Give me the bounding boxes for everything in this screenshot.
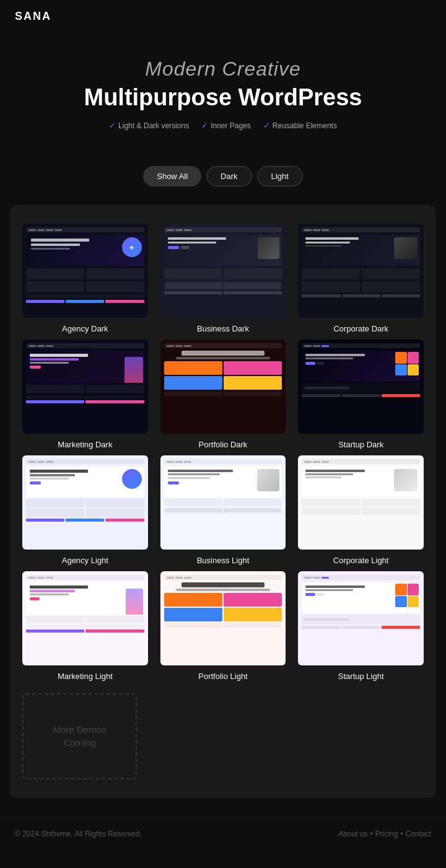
check-icon-2: ✓ xyxy=(201,121,208,130)
demo-item-business-dark[interactable]: Business Dark xyxy=(160,224,286,333)
demo-item-corporate-dark[interactable]: Corporate Dark xyxy=(298,224,424,333)
demo-label-business-dark: Business Dark xyxy=(197,324,249,333)
demo-item-corporate-light[interactable]: Corporate Light xyxy=(298,455,424,565)
demo-thumb-startup-dark xyxy=(298,340,424,434)
footer: © 2024 Shtheme. All Rights Reserved. Abo… xyxy=(0,817,446,851)
demo-thumb-business-dark xyxy=(160,224,286,318)
demo-label-corporate-light: Corporate Light xyxy=(333,556,389,565)
more-demos-row: More DemosComing xyxy=(22,693,424,779)
demo-thumb-corporate-light xyxy=(298,455,424,550)
demo-item-startup-light[interactable]: Startup Light xyxy=(298,571,424,681)
demo-item-agency-light[interactable]: Agency Light xyxy=(22,455,148,565)
demo-thumb-agency-light xyxy=(22,455,148,550)
more-demos-text: More DemosComing xyxy=(53,723,107,749)
mock-nav xyxy=(26,227,144,232)
demo-item-marketing-light[interactable]: Marketing Light xyxy=(22,571,148,681)
thumb-inner-agency-dark: ◈ xyxy=(22,224,148,318)
demo-item-marketing-dark[interactable]: Marketing Dark xyxy=(22,340,148,449)
badge-label-1: Light & Dark versions xyxy=(118,121,189,130)
footer-link-contact[interactable]: Contact xyxy=(406,830,431,838)
filter-light[interactable]: Light xyxy=(257,166,303,186)
demo-label-marketing-light: Marketing Light xyxy=(58,672,113,681)
light-demos-row1: Agency Light xyxy=(22,455,424,565)
demos-container: ◈ Agency Dark xyxy=(10,205,436,798)
footer-link-about[interactable]: About us xyxy=(338,830,367,838)
hero-badge-3: ✓ Reusable Elements xyxy=(263,121,337,130)
demo-label-portfolio-dark: Portfolio Dark xyxy=(199,440,248,449)
footer-links: About us • Pricing • Contact xyxy=(338,830,431,838)
demo-thumb-business-light xyxy=(160,455,286,550)
demo-thumb-startup-light xyxy=(298,571,424,665)
demo-label-corporate-dark: Corporate Dark xyxy=(333,324,388,333)
navbar: SANA xyxy=(0,0,446,33)
hero-section: Modern Creative Multipurpose WordPress ✓… xyxy=(0,33,446,166)
demo-thumb-corporate-dark xyxy=(298,224,424,318)
hero-badges: ✓ Light & Dark versions ✓ Inner Pages ✓ … xyxy=(12,121,434,130)
dark-demos-row2: Marketing Dark xyxy=(22,340,424,449)
demo-label-marketing-dark: Marketing Dark xyxy=(58,440,112,449)
demo-item-portfolio-dark[interactable]: Portfolio Dark xyxy=(160,340,286,449)
demo-item-portfolio-light[interactable]: Portfolio Light xyxy=(160,571,286,681)
demo-item-startup-dark[interactable]: Startup Dark xyxy=(298,340,424,449)
demo-thumb-marketing-light xyxy=(22,571,148,665)
demo-label-startup-light: Startup Light xyxy=(338,672,384,681)
demo-thumb-portfolio-light xyxy=(160,571,286,665)
footer-copyright: © 2024 Shtheme. All Rights Reserved. xyxy=(15,830,142,838)
demo-item-agency-dark[interactable]: ◈ Agency Dark xyxy=(22,224,148,333)
demo-item-more: More DemosComing xyxy=(22,693,137,779)
hero-title: Multipurpose WordPress xyxy=(12,84,434,111)
more-demos-placeholder: More DemosComing xyxy=(22,693,137,779)
demo-label-portfolio-light: Portfolio Light xyxy=(198,672,248,681)
demo-thumb-portfolio-dark xyxy=(160,340,286,434)
hero-badge-2: ✓ Inner Pages xyxy=(201,121,251,130)
footer-link-pricing[interactable]: Pricing xyxy=(375,830,398,838)
demo-label-agency-dark: Agency Dark xyxy=(62,324,108,333)
demo-label-agency-light: Agency Light xyxy=(62,556,108,565)
dark-demos-row1: ◈ Agency Dark xyxy=(22,224,424,333)
hero-badge-1: ✓ Light & Dark versions xyxy=(109,121,189,130)
demo-label-business-light: Business Light xyxy=(197,556,250,565)
check-icon-1: ✓ xyxy=(109,121,116,130)
logo[interactable]: SANA xyxy=(15,10,51,23)
badge-label-3: Reusable Elements xyxy=(273,121,337,130)
demo-item-business-light[interactable]: Business Light xyxy=(160,455,286,565)
demo-label-startup-dark: Startup Dark xyxy=(338,440,383,449)
badge-label-2: Inner Pages xyxy=(211,121,251,130)
demo-thumb-marketing-dark xyxy=(22,340,148,434)
demo-thumb-agency-dark: ◈ xyxy=(22,224,148,318)
filter-show-all[interactable]: Show All xyxy=(143,166,201,186)
filter-bar: Show All Dark Light xyxy=(0,166,446,186)
hero-subtitle: Modern Creative xyxy=(12,58,434,81)
light-demos-row2: Marketing Light xyxy=(22,571,424,681)
filter-dark[interactable]: Dark xyxy=(206,166,251,186)
check-icon-3: ✓ xyxy=(263,121,270,130)
